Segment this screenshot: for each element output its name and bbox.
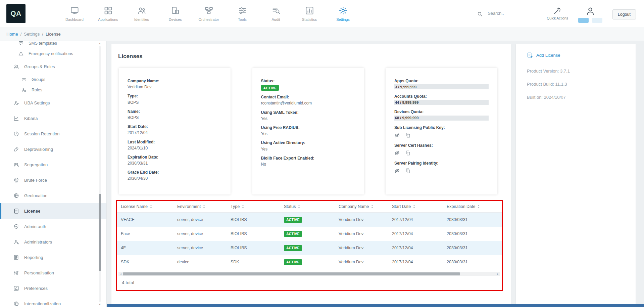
sidebar-item-segregation[interactable]: Segregation [0, 157, 106, 172]
hscrollbar-thumb[interactable] [123, 272, 460, 275]
copy-icon[interactable] [405, 132, 411, 138]
table-row[interactable]: SDKdeviceSDKACTIVEVeridium Dev2017/12/04… [117, 255, 502, 269]
nav-item-applications[interactable]: Applications [91, 5, 125, 21]
sidebar-item-internationalization[interactable]: Internationalization [0, 296, 106, 307]
sidebar-item-kibana[interactable]: Kibana [0, 111, 106, 126]
shield-check-icon [13, 224, 19, 229]
breadcrumb-item-home[interactable]: Home [6, 32, 18, 37]
alert-triangle-icon [18, 51, 23, 56]
right-panel: Add License Product Version: 3.7.1Produc… [516, 44, 636, 305]
sidebar-item-reporting[interactable]: Reporting [0, 250, 106, 265]
sidebar-item-groups-roles[interactable]: Groups & Roles [0, 59, 106, 74]
quota-progress-bar: 44 / 9,999,999 [394, 100, 489, 105]
sidebar-item-uba-settings[interactable]: UBA Settings [0, 95, 106, 111]
column-header-company-name[interactable]: Company Name [335, 201, 388, 213]
sidebar-item-preferences[interactable]: Preferences [0, 280, 106, 296]
status-badge: ACTIVE [284, 231, 302, 237]
search-input[interactable] [487, 10, 537, 18]
logout-button[interactable]: Logout [612, 9, 636, 19]
eye-off-icon[interactable] [394, 150, 400, 156]
breadcrumb-item-settings[interactable]: Settings [24, 32, 40, 37]
table-row[interactable]: VFACEserver, deviceBIOLIBSACTIVEVeridium… [117, 213, 502, 227]
people-icon [13, 64, 19, 70]
table-row[interactable]: 4Fserver, deviceBIOLIBSACTIVEVeridium De… [117, 241, 502, 255]
scroll-left-arrow-icon[interactable]: ◄ [118, 272, 123, 276]
nav-item-audit[interactable]: Audit [259, 5, 293, 21]
nav-item-settings[interactable]: Settings [326, 5, 360, 21]
column-header-environment[interactable]: Environment [173, 201, 227, 213]
nav-item-dashboard[interactable]: Dashboard [58, 5, 91, 21]
sidebar-item-administrators[interactable]: Administrators [0, 234, 106, 250]
sidebar-item-personalisation[interactable]: Personalisation [0, 265, 106, 280]
copy-icon[interactable] [405, 150, 411, 156]
column-header-status[interactable]: Status [280, 201, 335, 213]
table-cell: 2017/12/04 [388, 255, 443, 269]
scrollbar-thumb[interactable] [99, 194, 101, 271]
scroll-up-arrow-icon[interactable]: ▲ [98, 41, 102, 46]
gear-icon [339, 6, 348, 15]
nav-item-label: Applications [98, 17, 118, 21]
column-header-type[interactable]: Type [227, 201, 280, 213]
app-logo[interactable]: QA [6, 4, 26, 23]
sidebar-item-label: Deprovisioning [24, 147, 53, 152]
table-cell: BIOLIBS [227, 213, 280, 227]
sidebar-item-sms-templates[interactable]: SMS templates [0, 41, 106, 48]
table-row[interactable]: Faceserver, deviceBIOLIBSACTIVEVeridium … [117, 227, 502, 241]
field-value: BOPS [128, 115, 222, 120]
add-license-button[interactable]: Add License [527, 52, 636, 58]
sidebar-item-emergency-notifications[interactable]: Emergency notifications [0, 48, 106, 59]
column-label: Expiration Date [447, 204, 475, 209]
bottom-scrollbar[interactable] [107, 304, 644, 307]
column-label: License Name [121, 204, 148, 209]
main-content: Licenses Company Name:Veridium DevType:B… [111, 44, 511, 305]
breadcrumb-separator: / [20, 32, 22, 37]
sidebar-item-deprovisioning[interactable]: Deprovisioning [0, 141, 106, 157]
sidebar-item-geolocation[interactable]: Geolocation [0, 188, 106, 203]
sidebar-item-roles[interactable]: Roles [0, 85, 106, 95]
person-star-icon [21, 87, 27, 92]
nav-item-devices[interactable]: Devices [158, 5, 192, 21]
column-header-license-name[interactable]: License Name [117, 201, 173, 213]
sidebar-item-admin-auth[interactable]: Admin auth [0, 219, 106, 234]
people-icon [137, 6, 146, 15]
nav-item-orchestrator[interactable]: Orchestrator [192, 5, 226, 21]
sliders-icon [238, 6, 247, 15]
sidebar-scrollbar[interactable]: ▲ ▼ [98, 41, 102, 307]
sidebar-item-session-retention[interactable]: Session Retention [0, 126, 106, 141]
field-label: Last Modified: [128, 139, 222, 145]
scroll-down-arrow-icon[interactable]: ▼ [98, 302, 102, 307]
nav-item-label: Settings [336, 17, 350, 21]
people-pair-icon [13, 162, 19, 168]
field-label: Using Active Directory: [261, 140, 355, 145]
copy-icon[interactable] [405, 168, 411, 174]
sidebar-item-groups[interactable]: Groups [0, 74, 106, 85]
field-label: Using Free RADIUS: [261, 125, 355, 130]
nav-item-tools[interactable]: Tools [226, 5, 259, 21]
user-avatar-icon[interactable] [585, 6, 595, 16]
sidebar-item-label: SMS templates [29, 41, 57, 46]
quick-actions-button[interactable]: Quick Actions [547, 7, 568, 20]
column-header-expiration-date[interactable]: Expiration Date [443, 201, 502, 213]
scroll-right-arrow-icon[interactable]: ► [496, 272, 500, 276]
nav-item-identities[interactable]: Identities [125, 5, 158, 21]
table-cell: 2030/03/31 [443, 227, 502, 241]
search-icon[interactable] [477, 11, 483, 17]
sidebar-item-label: Internationalization [24, 301, 61, 306]
sidebar-item-label: Segregation [24, 162, 48, 167]
globe-icon [13, 301, 19, 307]
field: Status:ACTIVE [261, 78, 355, 94]
secret-field: Server Cert Hashes: [394, 143, 489, 156]
field-value: rconstantin@veridiumid.com [261, 100, 355, 106]
table-cell: server, device [173, 213, 227, 227]
sidebar-item-brute-force[interactable]: Brute Force [0, 172, 106, 188]
product-info-line: Product Build: 11.1.3 [527, 82, 636, 87]
sidebar-item-label: Personalisation [24, 270, 54, 275]
eye-off-icon[interactable] [394, 168, 400, 174]
column-header-start-date[interactable]: Start Date [388, 201, 443, 213]
sidebar-list: SMS templatesEmergency notificationsGrou… [0, 41, 106, 307]
eye-off-icon[interactable] [394, 132, 400, 138]
sidebar-item-license[interactable]: License [0, 203, 106, 219]
nav-item-statistics[interactable]: Statistics [293, 5, 326, 21]
table-cell: Veridium Dev [335, 255, 388, 269]
table-horizontal-scrollbar[interactable]: ◄ ► [118, 272, 500, 276]
